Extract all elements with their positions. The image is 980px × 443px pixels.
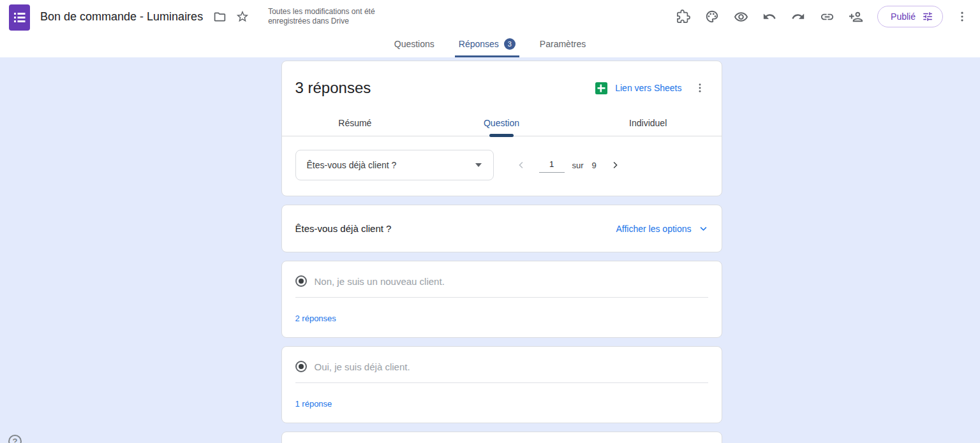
more-options-button[interactable] (953, 8, 971, 25)
redo-icon (791, 10, 805, 24)
responses-more-options-button[interactable] (688, 76, 711, 99)
kebab-icon (694, 82, 706, 94)
link-to-sheets-label: Lien vers Sheets (615, 83, 681, 93)
previous-question-button[interactable] (514, 157, 529, 173)
question-mark-icon: ? (13, 437, 18, 443)
undo-button[interactable] (762, 9, 777, 24)
eye-icon (734, 10, 748, 24)
pager-of-label: sur (572, 161, 584, 170)
header-action-icons (676, 9, 863, 24)
responses-count-badge: 3 (504, 38, 516, 50)
tab-responses-label: Réponses (459, 39, 499, 49)
subtab-individual-label: Individuel (629, 118, 667, 128)
answer-option-text: Oui, je suis déjà client. (315, 361, 410, 372)
tab-questions-label: Questions (394, 39, 434, 49)
answer-divider (295, 297, 708, 298)
responses-card-head: 3 réponses Lien vers Sheets (282, 61, 722, 99)
google-sheets-icon (595, 82, 607, 94)
question-title: Êtes-vous déjà client ? (295, 223, 392, 234)
radio-selected-icon (295, 361, 307, 372)
copy-link-button[interactable] (819, 9, 835, 24)
published-button-label: Publié (891, 11, 916, 22)
app-header: Bon de commande - Luminaires Toutes les … (0, 0, 980, 57)
google-forms-logo-icon[interactable] (9, 4, 30, 31)
answer-count-link[interactable]: 2 réponses (295, 314, 336, 323)
responses-head-actions: Lien vers Sheets (595, 76, 711, 99)
responses-count-title: 3 réponses (295, 79, 371, 97)
answer-option-row: Non, je suis un nouveau client. (295, 275, 708, 287)
person-add-icon (849, 10, 863, 24)
chevron-down-icon (699, 224, 708, 233)
show-options-label: Afficher les options (616, 224, 691, 234)
question-pager: sur 9 (514, 157, 623, 173)
answer-count-link[interactable]: 1 réponse (295, 399, 332, 409)
puzzle-icon (676, 10, 690, 24)
tab-settings[interactable]: Paramètres (536, 33, 590, 57)
subtab-question[interactable]: Question (428, 110, 575, 136)
kebab-icon (956, 10, 969, 23)
answer-divider (295, 382, 708, 383)
redo-button[interactable] (791, 9, 806, 24)
header-bar: Bon de commande - Luminaires Toutes les … (0, 0, 980, 33)
tab-responses[interactable]: Réponses 3 (455, 33, 519, 57)
palette-icon (705, 10, 719, 24)
page-number-input[interactable] (539, 158, 565, 173)
radio-selected-icon (295, 275, 307, 287)
star-button[interactable] (231, 5, 254, 28)
question-selector-row: Êtes-vous déjà client ? sur 9 (282, 136, 722, 196)
answer-card: Oui, je suis déjà client. 1 réponse (281, 346, 722, 423)
responses-subtabs: Résumé Question Individuel (282, 110, 722, 136)
subtab-summary-label: Résumé (338, 118, 371, 128)
answer-option-text: Non, je suis un nouveau client. (315, 276, 445, 287)
question-title-card: Êtes-vous déjà client ? Afficher les opt… (281, 205, 722, 252)
subtab-active-underline (489, 134, 514, 137)
preview-button[interactable] (733, 9, 748, 24)
question-select-dropdown[interactable]: Êtes-vous déjà client ? (295, 150, 494, 180)
main-tabs: Questions Réponses 3 Paramètres (0, 33, 980, 57)
pager-total: 9 (592, 161, 597, 170)
published-button[interactable]: Publié (877, 6, 943, 27)
chevron-left-icon (516, 159, 527, 171)
add-ons-button[interactable] (676, 9, 691, 24)
tab-questions[interactable]: Questions (390, 33, 438, 57)
document-title[interactable]: Bon de commande - Luminaires (40, 10, 203, 24)
tab-settings-label: Paramètres (540, 39, 586, 49)
link-icon (820, 10, 835, 24)
answer-option-row: Oui, je suis déjà client. (295, 361, 708, 372)
subtab-summary[interactable]: Résumé (282, 110, 429, 136)
show-options-button[interactable]: Afficher les options (616, 224, 708, 234)
dropdown-caret-icon (475, 163, 482, 167)
customize-theme-button[interactable] (704, 9, 720, 24)
answer-card: Non, je suis un nouveau client. 2 répons… (281, 261, 722, 338)
next-question-button[interactable] (607, 157, 623, 173)
chevron-right-icon (609, 159, 621, 171)
publish-settings-icon (922, 11, 933, 22)
undo-icon (762, 10, 776, 24)
save-status-text: Toutes les modifications ont été enregis… (268, 7, 378, 26)
link-to-sheets-button[interactable]: Lien vers Sheets (595, 82, 681, 94)
question-select-value: Êtes-vous déjà client ? (307, 160, 397, 170)
folder-icon (213, 10, 226, 24)
responses-header-card: 3 réponses Lien vers Sheets Résumé Quest… (281, 61, 722, 196)
subtab-individual[interactable]: Individuel (575, 110, 722, 136)
star-icon (235, 10, 249, 24)
add-collaborators-button[interactable] (848, 9, 863, 24)
responses-page-content: 3 réponses Lien vers Sheets Résumé Quest… (0, 57, 980, 443)
move-to-folder-button[interactable] (208, 5, 231, 28)
partial-next-card (281, 432, 722, 443)
subtab-question-label: Question (484, 118, 519, 128)
